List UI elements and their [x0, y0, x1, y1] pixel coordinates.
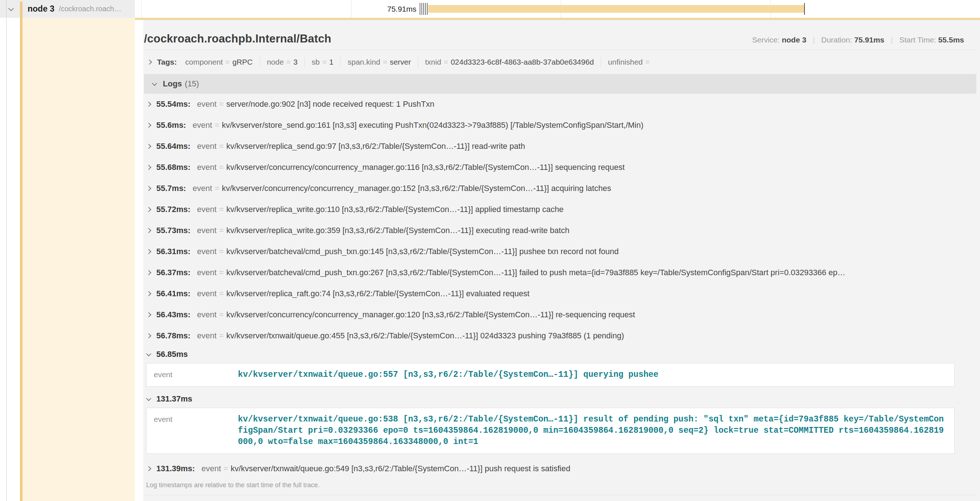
equals-sign: = — [643, 58, 652, 67]
log-row[interactable]: 55.6ms: event = kv/kvserver/store_send.g… — [144, 115, 976, 136]
log-row[interactable]: 56.78ms: event = kv/kvserver/txnwait/que… — [144, 325, 976, 346]
chevron-right-icon — [146, 312, 151, 317]
log-timestamp: 55.54ms: — [156, 99, 191, 109]
equals-sign: = — [216, 142, 226, 151]
log-timestamp: 131.37ms — [156, 394, 192, 404]
equals-sign: = — [221, 464, 231, 474]
log-field: event — [197, 331, 216, 340]
log-row[interactable]: 55.68ms: event = kv/kvserver/concurrency… — [144, 157, 976, 178]
log-timestamp: 56.41ms: — [156, 289, 191, 298]
tag-item: span.kind = server — [340, 57, 418, 67]
service-value: node 3 — [782, 35, 806, 44]
span-detail-header: /cockroach.roachpb.Internal/Batch Servic… — [144, 20, 976, 45]
log-row[interactable]: 55.7ms: event = kv/kvserver/concurrency/… — [144, 178, 976, 199]
log-event-value: kv/kvserver/txnwait/queue.go:557 [n3,s3,… — [238, 369, 947, 380]
log-timestamp: 55.68ms: — [156, 163, 191, 172]
log-message: kv/kvserver/batcheval/cmd_push_txn.go:26… — [226, 268, 976, 278]
equals-sign: = — [216, 99, 226, 109]
meta-separator: | — [808, 35, 819, 44]
equals-sign: = — [216, 247, 226, 256]
tag-key: node — [267, 58, 284, 67]
meta-separator: | — [886, 35, 897, 44]
span-duration-label: 75.91ms — [142, 0, 416, 18]
log-event-value: kv/kvserver/txnwait/queue.go:538 [n3,s3,… — [238, 414, 947, 448]
log-row-expanded-toggle[interactable]: 131.37ms — [144, 391, 976, 407]
log-row[interactable]: 55.64ms: event = kv/kvserver/replica_sen… — [144, 136, 976, 157]
logs-section-toggle[interactable]: Logs (15) — [144, 74, 976, 94]
log-field: event — [154, 369, 238, 380]
log-field: event — [201, 464, 221, 474]
panel-gutter — [135, 20, 143, 501]
log-message: kv/kvserver/concurrency/concurrency_mana… — [226, 310, 976, 319]
log-message: kv/kvserver/replica_raft.go:74 [n3,s3,r6… — [226, 289, 976, 298]
span-ruler-strip: node 3 /cockroach.roach… 75.91ms — [0, 0, 980, 18]
chevron-right-icon — [146, 102, 151, 107]
service-label: Service: — [752, 35, 780, 44]
log-timestamp: 56.43ms: — [156, 310, 191, 319]
equals-sign: = — [223, 58, 232, 67]
logs-count: (15) — [185, 79, 199, 89]
tree-guide-line — [6, 0, 6, 501]
equals-sign: = — [441, 58, 450, 67]
log-message: kv/kvserver/replica_send.go:97 [n3,s3,r6… — [226, 142, 976, 151]
log-row[interactable]: 56.41ms: event = kv/kvserver/replica_raf… — [144, 283, 976, 304]
log-timestamp: 55.72ms: — [156, 205, 191, 214]
log-timestamp: 131.39ms: — [156, 464, 195, 474]
log-message: kv/kvserver/store_send.go:161 [n3,s3] ex… — [222, 121, 976, 130]
chevron-down-icon — [152, 81, 157, 86]
log-event-detail: event kv/kvserver/txnwait/queue.go:538 [… — [146, 408, 955, 454]
log-field: event — [197, 163, 216, 172]
log-timestamp: 56.37ms: — [156, 268, 191, 278]
log-row[interactable]: 56.31ms: event = kv/kvserver/batcheval/c… — [144, 241, 976, 262]
span-color-stripe — [20, 2, 22, 501]
log-row-expanded-toggle[interactable]: 56.85ms — [144, 346, 976, 362]
log-field: event — [154, 414, 238, 425]
tag-value: gRPC — [232, 58, 253, 67]
tags-section-toggle[interactable]: Tags: component = gRPC node = 3 sb = 1 s… — [144, 54, 976, 70]
log-message: kv/kvserver/txnwait/queue.go:455 [n3,s3,… — [226, 331, 976, 340]
span-duration-ruler[interactable]: 75.91ms — [142, 0, 980, 18]
log-row[interactable]: 56.37ms: event = kv/kvserver/batcheval/c… — [144, 262, 976, 283]
duration-label: Duration: — [821, 35, 852, 44]
log-list: 55.54ms: event = server/node.go:902 [n3]… — [144, 94, 976, 479]
tag-item: txnid = 024d3323-6c8f-4863-aa8b-37ab0e63… — [418, 57, 601, 67]
trace-detail-screen: node 3 /cockroach.roach… 75.91ms /cockro… — [0, 0, 980, 501]
ruler-ticks-icon — [420, 3, 429, 15]
log-message: server/node.go:902 [n3] node received re… — [226, 99, 976, 109]
tag-item: component = gRPC — [178, 57, 259, 67]
equals-sign: = — [216, 226, 226, 235]
tag-key: component — [185, 58, 223, 67]
log-timestamp: 55.6ms: — [156, 121, 186, 130]
log-row[interactable]: 55.73ms: event = kv/kvserver/replica_wri… — [144, 220, 976, 241]
log-message: kv/kvserver/concurrency/concurrency_mana… — [226, 163, 976, 172]
log-message: kv/kvserver/replica_write.go:359 [n3,s3,… — [226, 226, 976, 235]
log-row[interactable]: 55.72ms: event = kv/kvserver/replica_wri… — [144, 199, 976, 220]
span-meta: Service: node 3 | Duration: 75.91ms | St… — [752, 35, 964, 44]
log-row[interactable]: 55.54ms: event = server/node.go:902 [n3]… — [144, 94, 976, 115]
chevron-right-icon — [146, 228, 151, 233]
equals-sign: = — [216, 163, 226, 172]
chevron-right-icon — [146, 123, 151, 128]
chevron-right-icon — [146, 291, 151, 296]
chevron-right-icon — [146, 249, 151, 254]
tag-key: txnid — [425, 58, 441, 67]
duration-value: 75.91ms — [854, 35, 884, 44]
log-timestamp: 55.7ms: — [156, 184, 186, 193]
chevron-right-icon — [146, 144, 151, 149]
tag-value: server — [390, 58, 411, 67]
start-time-value: 55.5ms — [938, 35, 964, 44]
span-end-marker — [804, 3, 805, 15]
equals-sign: = — [380, 58, 390, 67]
logs-bottom-divider — [144, 495, 976, 495]
log-row[interactable]: 131.39ms: event = kv/kvserver/txnwait/qu… — [144, 458, 976, 479]
log-row[interactable]: 56.43ms: event = kv/kvserver/concurrency… — [144, 304, 976, 325]
log-timestamp: 56.78ms: — [156, 331, 191, 340]
chevron-right-icon — [146, 333, 151, 338]
logs-footnote: Log timestamps are relative to the start… — [144, 482, 976, 489]
log-message: kv/kvserver/txnwait/queue.go:549 [n3,s3,… — [231, 464, 976, 474]
logs-title: Logs — [163, 79, 182, 89]
page-title: /cockroach.roachpb.Internal/Batch — [144, 32, 331, 45]
tag-item: sb = 1 — [304, 57, 340, 67]
tag-value: 3 — [293, 58, 298, 67]
span-detail-panel: /cockroach.roachpb.Internal/Batch Servic… — [143, 20, 980, 501]
